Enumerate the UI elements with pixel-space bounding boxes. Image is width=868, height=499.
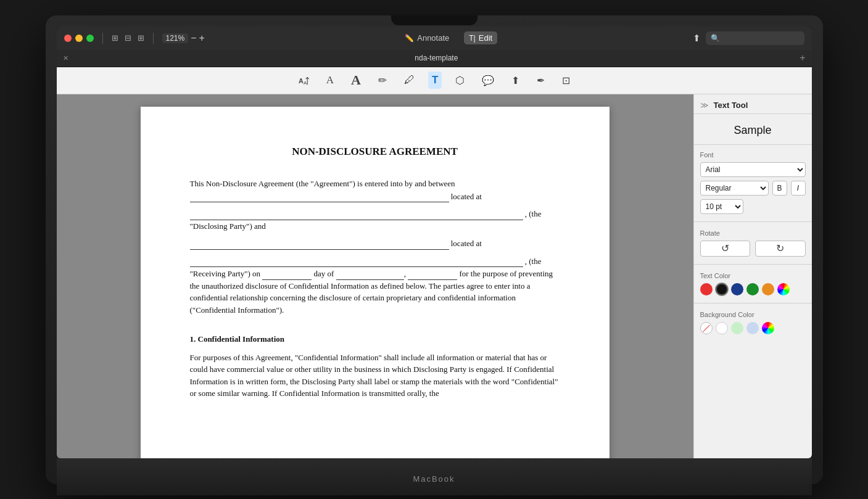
- bg-color-row: [700, 322, 806, 334]
- tab-close-button[interactable]: ✕: [63, 54, 68, 62]
- minimize-button[interactable]: [75, 35, 83, 42]
- rotate-section: Rotate ↺ ↻: [694, 225, 812, 262]
- pencil-tool-button[interactable]: ✏: [374, 72, 391, 89]
- text-resize-icon: A A: [298, 75, 309, 86]
- text-insert-tool-button[interactable]: T: [428, 72, 442, 89]
- titlebar-right: ⬆ 🔍: [693, 31, 804, 45]
- search-input[interactable]: [722, 34, 800, 43]
- shape-icon: ⬡: [455, 74, 465, 87]
- text-small-tool-button[interactable]: A: [323, 72, 337, 89]
- text-small-icon: A: [326, 74, 334, 86]
- text-insert-icon: T: [432, 74, 438, 86]
- italic-button[interactable]: I: [791, 181, 806, 196]
- bg-color-light-green[interactable]: [731, 322, 743, 334]
- shape-tool-button[interactable]: ⬡: [452, 72, 468, 89]
- edit-label: Edit: [479, 33, 492, 43]
- tab-bar: ✕ nda-template +: [57, 50, 812, 67]
- font-name-select[interactable]: Arial: [700, 162, 806, 177]
- app-body: A A A A ✏ 🖊: [57, 67, 812, 458]
- zoom-in-button[interactable]: +: [199, 33, 205, 44]
- traffic-lights: [64, 35, 94, 42]
- pdf-para-2: , (the "Disclosing Party") and: [190, 207, 560, 232]
- rotate-right-button[interactable]: ↻: [755, 241, 806, 257]
- annotate-mode-button[interactable]: ✏️ Annotate: [400, 31, 454, 44]
- font-style-row: Regular Bold Italic Bold Italic B I: [700, 181, 806, 196]
- highlight-tool-button[interactable]: 🖊: [400, 72, 418, 89]
- pdf-area[interactable]: NON-DISCLOSURE AGREEMENT This Non-Disclo…: [57, 94, 693, 458]
- font-size-select[interactable]: 10 pt 8 pt 9 pt 12 pt 14 pt 18 pt: [700, 199, 743, 214]
- bg-color-none[interactable]: [700, 322, 713, 334]
- sidebar-toggle-button[interactable]: ⊞: [112, 33, 118, 43]
- text-color-section: Text Color: [694, 267, 812, 300]
- text-color-black[interactable]: [716, 283, 728, 295]
- tab-add-button[interactable]: +: [800, 52, 805, 64]
- titlebar-divider-2: [153, 33, 154, 44]
- comment-tool-button[interactable]: 💬: [478, 72, 498, 89]
- search-box[interactable]: 🔍: [706, 31, 804, 45]
- signature-tool-button[interactable]: ✒: [533, 72, 548, 89]
- pencil-icon: ✏: [378, 74, 387, 87]
- pdf-body: This Non-Disclosure Agreement (the "Agre…: [190, 178, 560, 400]
- pdf-section1-para: For purposes of this Agreement, "Confide…: [190, 352, 560, 400]
- share-button[interactable]: ⬆: [693, 33, 701, 44]
- panel-divider-2: [694, 264, 812, 265]
- close-button[interactable]: [64, 35, 72, 42]
- pdf-page: NON-DISCLOSURE AGREEMENT This Non-Disclo…: [141, 107, 610, 458]
- annotation-toolbar: A A A A ✏ 🖊: [57, 67, 812, 94]
- grid-view-button[interactable]: ⊟: [125, 33, 131, 43]
- svg-text:A: A: [304, 80, 307, 86]
- font-style-select[interactable]: Regular Bold Italic Bold Italic: [700, 181, 769, 196]
- blank-month: [336, 267, 404, 280]
- annotate-label: Annotate: [417, 33, 449, 43]
- panel-sample-text: Sample: [694, 114, 812, 145]
- text-color-multi-picker[interactable]: [777, 283, 790, 295]
- edit-icon: T|: [469, 34, 475, 43]
- bold-button[interactable]: B: [772, 181, 787, 196]
- annotate-icon: ✏️: [405, 34, 414, 43]
- titlebar-center: ✏️ Annotate T| Edit: [210, 31, 688, 44]
- blank-day: [262, 267, 312, 280]
- list-view-button[interactable]: ⊞: [138, 33, 144, 43]
- bg-color-light-blue[interactable]: [746, 322, 759, 334]
- crop-icon: ⊡: [562, 75, 570, 86]
- rotate-left-button[interactable]: ↺: [700, 241, 751, 257]
- pdf-para-1: This Non-Disclosure Agreement (the "Agre…: [190, 178, 560, 202]
- text-color-row: [700, 283, 806, 295]
- zoom-percentage[interactable]: 121%: [162, 33, 189, 43]
- comment-icon: 💬: [482, 75, 494, 86]
- panel-expand-button[interactable]: ≫: [700, 101, 709, 110]
- panel-divider-1: [694, 221, 812, 222]
- search-icon: 🔍: [711, 34, 720, 43]
- blank-address2: [190, 255, 523, 268]
- pdf-para-3: located at: [190, 237, 560, 250]
- text-color-navy[interactable]: [731, 283, 743, 295]
- bg-color-multi-picker[interactable]: [762, 322, 774, 334]
- text-large-tool-button[interactable]: A: [347, 70, 365, 91]
- maximize-button[interactable]: [86, 35, 94, 42]
- panel-divider-3: [694, 303, 812, 303]
- text-color-orange[interactable]: [762, 283, 774, 295]
- macbook-label: MacBook: [413, 474, 455, 484]
- bg-color-white[interactable]: [716, 322, 728, 334]
- highlight-icon: 🖊: [404, 74, 415, 86]
- edit-mode-button[interactable]: T| Edit: [464, 31, 497, 44]
- pdf-section1-title: 1. Confidential Information: [190, 333, 560, 345]
- stamp-tool-button[interactable]: ⬆: [508, 72, 523, 89]
- crop-tool-button[interactable]: ⊡: [558, 72, 574, 89]
- zoom-out-button[interactable]: −: [191, 33, 196, 44]
- panel-title: Text Tool: [714, 101, 748, 110]
- text-resize-tool-button[interactable]: A A: [294, 72, 313, 88]
- bg-color-section: Background Color: [694, 306, 812, 339]
- bg-color-label: Background Color: [700, 311, 806, 318]
- blank-year: [408, 267, 457, 280]
- font-label: Font: [700, 151, 806, 159]
- window-controls: ⊞ ⊟ ⊞: [112, 33, 144, 43]
- tab-title: nda-template: [73, 54, 800, 62]
- text-color-red[interactable]: [700, 283, 713, 295]
- macbook-bottom: MacBook: [57, 458, 812, 495]
- font-size-row: 10 pt 8 pt 9 pt 12 pt 14 pt 18 pt: [700, 199, 806, 214]
- text-color-green[interactable]: [746, 283, 759, 295]
- svg-text:A: A: [299, 77, 304, 85]
- stamp-icon: ⬆: [511, 75, 519, 86]
- panel-header: ≫ Text Tool: [694, 94, 812, 114]
